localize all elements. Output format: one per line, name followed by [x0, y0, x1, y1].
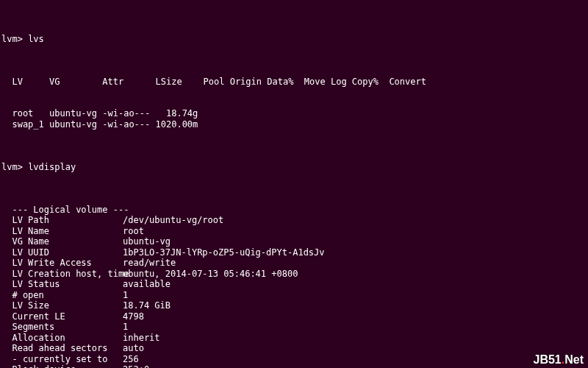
volume-property-row: Allocationinherit [1, 333, 587, 344]
property-value: 256 [123, 354, 139, 365]
volume-property-row: VG Nameubuntu-vg [1, 236, 587, 247]
entered-command: lvdisplay [28, 162, 76, 172]
property-name: LV Status [1, 279, 123, 290]
property-value: root [123, 226, 144, 237]
property-value: 18.74 GiB [123, 300, 171, 311]
volume-property-row: Segments1 [1, 322, 587, 333]
volume-property-row: LV Nameroot [1, 226, 587, 237]
property-name: # open [1, 290, 123, 301]
property-value: ubuntu, 2014-07-13 05:46:41 +0800 [123, 269, 298, 280]
volume-property-row: Block device252:0 [1, 364, 587, 368]
property-value: available [123, 279, 171, 290]
volume-property-row: # open1 [1, 290, 587, 301]
volume-property-row: LV Path/dev/ubuntu-vg/root [1, 215, 587, 226]
property-value: 1 [123, 290, 128, 301]
property-name: Current LE [1, 311, 123, 322]
volume-property-row: LV Statusavailable [1, 279, 587, 290]
property-value: 252:0 [123, 364, 149, 368]
property-name: LV Creation host, time [1, 269, 123, 280]
volume-property-row: LV UUID1bP3LO-37JN-lYRp-oZP5-uQig-dPYt-A… [1, 247, 587, 258]
property-value: inherit [123, 333, 160, 344]
entered-command: lvs [28, 34, 44, 44]
property-name: Segments [1, 322, 123, 333]
property-name: VG Name [1, 236, 123, 247]
shell-prompt: lvm> [1, 34, 28, 44]
property-value: auto [123, 343, 144, 354]
volume-property-row: LV Creation host, timeubuntu, 2014-07-13… [1, 269, 587, 280]
property-name: LV Size [1, 300, 123, 311]
property-value: 4798 [123, 311, 144, 322]
prompt-line-lvdisplay: lvm> lvdisplay [1, 162, 587, 173]
property-value: 1bP3LO-37JN-lYRp-oZP5-uQig-dPYt-A1dsJv [123, 247, 325, 258]
volume-section-header: --- Logical volume --- [1, 205, 587, 216]
property-value: /dev/ubuntu-vg/root [123, 215, 223, 226]
shell-prompt: lvm> [1, 162, 28, 172]
lvs-row: root ubuntu-vg -wi-ao--- 18.74g [1, 108, 587, 119]
property-value: read/write [123, 258, 176, 269]
volume-property-row: LV Size18.74 GiB [1, 300, 587, 311]
property-name: LV Write Access [1, 258, 123, 269]
property-name: Block device [1, 364, 123, 368]
property-name: LV Path [1, 215, 123, 226]
terminal-output[interactable]: lvm> lvs LV VG Attr LSize Pool Origin Da… [0, 0, 588, 368]
prompt-line-lvs: lvm> lvs [1, 34, 587, 45]
property-value: ubuntu-vg [123, 236, 171, 247]
volume-property-row: Current LE4798 [1, 311, 587, 322]
volume-property-row: LV Write Accessread/write [1, 258, 587, 269]
volume-property-row: - currently set to256 [1, 354, 587, 365]
property-name: LV Name [1, 226, 123, 237]
lvs-row: swap_1 ubuntu-vg -wi-ao--- 1020.00m [1, 119, 587, 130]
lvs-header: LV VG Attr LSize Pool Origin Data% Move … [1, 77, 587, 88]
property-value: 1 [123, 322, 128, 333]
property-name: Read ahead sectors [1, 343, 123, 354]
volume-property-row: Read ahead sectorsauto [1, 343, 587, 354]
property-name: LV UUID [1, 247, 123, 258]
property-name: Allocation [1, 333, 123, 344]
property-name: - currently set to [1, 354, 123, 365]
